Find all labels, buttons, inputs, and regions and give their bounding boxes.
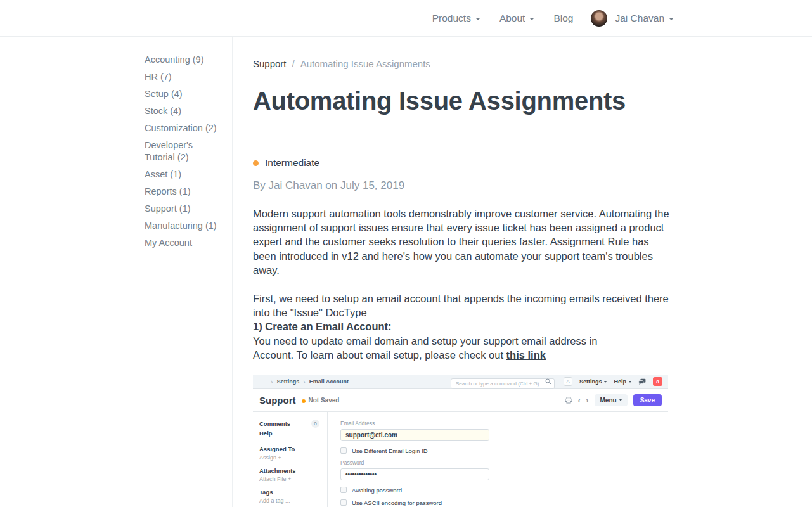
add-tag-link[interactable]: Add a tag ... xyxy=(259,497,319,504)
article-main: Support / Automating Issue Assignments A… xyxy=(233,37,673,507)
password-label: Password xyxy=(340,459,662,466)
form-panel: Email Address Use Different Email Login … xyxy=(327,412,668,507)
attach-file-link[interactable]: Attach File + xyxy=(259,476,319,482)
breadcrumb-support-link[interactable]: Support xyxy=(253,58,287,69)
prev-doc-button[interactable]: ‹ xyxy=(578,397,581,404)
embedded-screenshot: › Settings › Email Account A Settings xyxy=(253,375,668,507)
breadcrumb-separator: / xyxy=(292,58,295,69)
steps-line-4: Account. To learn about email setup, ple… xyxy=(253,349,506,361)
ascii-encoding-row: Use ASCII encoding for password xyxy=(340,499,662,506)
ascii-encoding-label: Use ASCII encoding for password xyxy=(352,499,442,506)
chat-icon[interactable] xyxy=(638,378,646,385)
tags-label: Tags xyxy=(259,489,319,496)
nav-blog[interactable]: Blog xyxy=(553,13,573,24)
user-avatar[interactable] xyxy=(591,10,607,27)
search-icon xyxy=(545,378,551,385)
sidebar-item-stock[interactable]: Stock (4) xyxy=(145,105,221,117)
login-id-checkbox-row: Use Different Email Login ID xyxy=(340,447,662,454)
document-sidebar: Comments 0 Help Assigned To Assign + Att… xyxy=(253,412,327,507)
category-sidebar: Accounting (9) HR (7) Setup (4) Stock (4… xyxy=(0,37,233,507)
paragraph-intro: Modern support automation tools demonstr… xyxy=(253,207,673,277)
ascii-encoding-checkbox[interactable] xyxy=(340,499,347,506)
this-link[interactable]: this link xyxy=(506,349,546,361)
difficulty-dot-icon xyxy=(253,160,259,166)
command-search xyxy=(451,376,555,387)
caret-down-icon xyxy=(529,18,534,20)
steps-heading: 1) Create an Email Account: xyxy=(253,321,392,332)
document-header: Support Not Saved ‹ › Menu Save xyxy=(253,389,668,412)
menu-button-label: Menu xyxy=(600,397,617,404)
help-menu-label: Help xyxy=(614,378,626,385)
caret-down-icon xyxy=(669,18,674,20)
comments-count-badge: 0 xyxy=(311,420,319,428)
screenshot-help-menu[interactable]: Help xyxy=(614,378,631,385)
document-header-actions: ‹ › Menu Save xyxy=(565,394,662,406)
sidebar-item-accounting[interactable]: Accounting (9) xyxy=(145,54,221,66)
screenshot-breadcrumb: › Settings › Email Account xyxy=(262,378,349,385)
breadcrumb-current: Automating Issue Assignments xyxy=(300,58,430,69)
save-button[interactable]: Save xyxy=(633,394,662,406)
steps-line-3: You need to update email domain and setu… xyxy=(253,335,597,347)
screenshot-navbar: › Settings › Email Account A Settings xyxy=(253,375,668,389)
settings-menu-label: Settings xyxy=(579,378,602,385)
awaiting-password-row: Awaiting password xyxy=(340,487,662,493)
comments-label[interactable]: Comments xyxy=(259,420,290,427)
sidebar-item-reports[interactable]: Reports (1) xyxy=(145,186,221,198)
chevron-right-icon: › xyxy=(271,378,273,385)
top-navbar: Products About Blog Jai Chavan xyxy=(0,0,812,37)
nav-about[interactable]: About xyxy=(499,13,535,24)
difficulty-row: Intermediate xyxy=(253,157,673,169)
screenshot-breadcrumb-email-account[interactable]: Email Account xyxy=(309,378,349,385)
chevron-right-icon: › xyxy=(303,378,306,385)
next-doc-button[interactable]: › xyxy=(586,397,589,404)
email-address-field[interactable] xyxy=(340,429,489,441)
nav-user-menu[interactable]: Jai Chavan xyxy=(615,13,674,24)
breadcrumb: Support / Automating Issue Assignments xyxy=(253,58,673,69)
sidebar-item-support[interactable]: Support (1) xyxy=(145,203,221,215)
user-name-label: Jai Chavan xyxy=(615,13,664,24)
nav-products-label: Products xyxy=(432,13,471,24)
screenshot-nav-icons: A Settings Help 8 xyxy=(564,377,662,386)
caret-down-icon xyxy=(629,381,631,383)
sidebar-item-setup[interactable]: Setup (4) xyxy=(145,88,221,100)
nav-blog-label: Blog xyxy=(553,13,573,24)
assigned-to-label: Assigned To xyxy=(259,446,319,452)
nav-about-label: About xyxy=(499,13,525,24)
password-field[interactable] xyxy=(340,468,489,480)
use-different-login-label: Use Different Email Login ID xyxy=(352,447,428,454)
caret-down-icon xyxy=(619,399,622,401)
sidebar-item-manufacturing[interactable]: Manufacturing (1) xyxy=(145,220,221,232)
letter-avatar[interactable]: A xyxy=(564,377,572,386)
awaiting-password-checkbox[interactable] xyxy=(340,487,347,493)
awaiting-password-label: Awaiting password xyxy=(352,487,402,494)
steps-line-2: into the "Issue" DocType xyxy=(253,307,367,318)
help-label[interactable]: Help xyxy=(259,430,319,437)
sidebar-item-my-account[interactable]: My Account xyxy=(145,237,221,249)
document-body: Comments 0 Help Assigned To Assign + Att… xyxy=(253,412,668,507)
assign-link[interactable]: Assign + xyxy=(259,454,319,461)
unsaved-dot-icon xyxy=(302,399,306,403)
sidebar-item-asset[interactable]: Asset (1) xyxy=(145,169,221,181)
email-address-label: Email Address xyxy=(340,420,662,427)
nav-products[interactable]: Products xyxy=(432,13,480,24)
document-title: Support xyxy=(259,395,296,406)
caret-down-icon xyxy=(475,18,480,20)
paragraph-steps: First, we need to setup an email account… xyxy=(253,292,673,362)
menu-button[interactable]: Menu xyxy=(595,394,628,406)
screenshot-settings-menu[interactable]: Settings xyxy=(579,378,607,385)
page-title: Automating Issue Assignments xyxy=(253,87,673,115)
byline: By Jai Chavan on July 15, 2019 xyxy=(253,179,673,192)
notification-badge[interactable]: 8 xyxy=(653,377,662,386)
save-status-label: Not Saved xyxy=(309,397,340,404)
sidebar-item-customization[interactable]: Customization (2) xyxy=(145,122,221,134)
use-different-login-checkbox[interactable] xyxy=(340,447,347,454)
sidebar-item-hr[interactable]: HR (7) xyxy=(145,71,221,83)
attachments-label: Attachments xyxy=(259,467,319,474)
difficulty-label: Intermediate xyxy=(265,157,319,169)
caret-down-icon xyxy=(604,381,607,383)
screenshot-breadcrumb-settings[interactable]: Settings xyxy=(277,378,300,385)
sidebar-item-developers-tutorial[interactable]: Developer's Tutorial (2) xyxy=(145,139,221,164)
print-icon[interactable] xyxy=(565,397,572,404)
search-input[interactable] xyxy=(451,378,555,389)
steps-line-1: First, we need to setup an email account… xyxy=(253,293,669,304)
